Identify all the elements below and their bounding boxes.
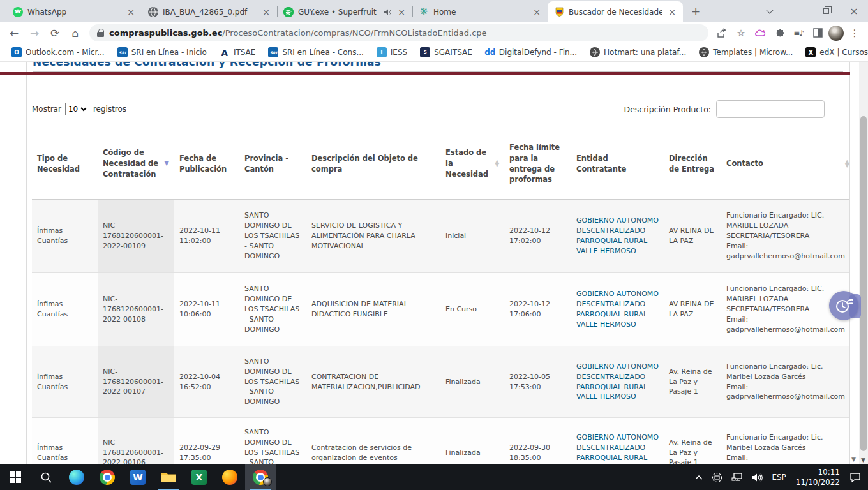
bookmark-iess[interactable]: IIESS [371, 45, 412, 59]
close-window-button[interactable]: × [840, 0, 868, 22]
header-entidad[interactable]: Entidad Contratante [571, 128, 664, 199]
sri-icon: SRI [268, 47, 278, 57]
extensions-puzzle-icon[interactable] [771, 25, 788, 41]
url-text: compraspublicas.gob.ec/ProcesoContrataci… [109, 28, 487, 38]
stopwatch-wings-icon[interactable] [829, 291, 858, 320]
taskbar-edge[interactable] [61, 464, 92, 490]
header-descripcion[interactable]: Descripción del Objeto de compra [306, 128, 440, 199]
taskbar-chrome-active[interactable] [245, 464, 276, 490]
profile-avatar[interactable] [828, 26, 844, 41]
tab-pdf[interactable]: IBA_BUA_42865_0.pdf × [142, 1, 277, 22]
header-sort-column[interactable]: ▲▼ [842, 128, 849, 199]
tab-close-icon[interactable]: × [396, 7, 407, 17]
taskbar-clock[interactable]: 10:11 11/10/2022 [791, 467, 845, 487]
bookmark-hotmart[interactable]: Hotmart: una plataf... [585, 45, 691, 59]
tab-spotify[interactable]: GUY.exe • Superfruit × [277, 1, 412, 22]
digitaldefynd-icon: dd [485, 47, 495, 57]
bookmark-itsae[interactable]: AITSAE [214, 45, 261, 59]
tab-home[interactable]: ❋ Home × [412, 1, 548, 22]
header-codigo[interactable]: Código de Necesidad de Contratación▼ [98, 128, 174, 199]
taskbar-firefox[interactable] [214, 464, 245, 490]
tab-audio-icon[interactable] [384, 8, 391, 16]
bookmark-sri-inicio[interactable]: SRISRI en Línea - Inicio [112, 45, 212, 59]
cloud-extension-icon[interactable] [752, 25, 768, 41]
reload-button[interactable]: ⟳ [46, 24, 64, 42]
home-button[interactable]: ⌂ [66, 24, 84, 42]
cell-fecha-limite: 2022-10-12 17:06:00 [504, 273, 571, 346]
browser-tab-bar: ☎ WhatsApp × IBA_BUA_42865_0.pdf × GUY.e… [0, 0, 868, 22]
menu-kebab-icon[interactable]: ⋮ [846, 25, 863, 41]
header-provincia[interactable]: Provincia - Cantón [239, 128, 306, 199]
side-panel-icon[interactable] [809, 25, 826, 41]
product-filter-input[interactable] [716, 100, 825, 118]
cell-descripcion: SERVICIO DE LOGISTICA Y ALIMENTACIÓN PAR… [306, 200, 440, 272]
header-direccion[interactable]: Dirección de Entrega [664, 128, 721, 199]
taskbar-excel[interactable]: X [184, 464, 214, 490]
bookmark-templates[interactable]: Templates | Microw... [694, 45, 798, 59]
minimize-button[interactable] [784, 0, 812, 22]
cell-codigo: NIC-1768120600001-2022-00107 [98, 346, 174, 417]
taskbar-search-button[interactable] [31, 464, 61, 490]
tab-close-icon[interactable]: × [260, 7, 272, 17]
cell-fecha-limite: 2022-10-05 17:53:00 [504, 346, 571, 417]
bookmark-label: Templates | Microw... [713, 48, 793, 57]
forward-button[interactable]: → [26, 24, 43, 42]
taskbar-chrome[interactable] [92, 464, 123, 490]
tab-buscador-necesidades[interactable]: Buscador de Necesidades de × [548, 1, 683, 22]
tab-search-chevron-icon[interactable] [756, 0, 784, 22]
taskbar-file-explorer[interactable] [153, 464, 184, 490]
lock-icon[interactable] [97, 29, 104, 37]
cast-icon[interactable] [707, 464, 727, 490]
cell-direccion: Av. Reina de La Paz y Pasaje 1 [664, 346, 721, 417]
show-label: Mostrar [32, 105, 61, 114]
address-bar[interactable]: compraspublicas.gob.ec/ProcesoContrataci… [89, 24, 708, 41]
start-button[interactable] [0, 464, 31, 490]
action-center-icon[interactable] [845, 464, 865, 490]
bookmark-label: Hotmart: una plataf... [604, 48, 686, 57]
taskbar-word[interactable]: W [123, 464, 153, 490]
back-button[interactable]: ← [5, 24, 23, 42]
tab-whatsapp[interactable]: ☎ WhatsApp × [6, 1, 142, 22]
scroll-down-icon[interactable]: ▼ [851, 456, 856, 463]
bookmark-outlook[interactable]: OOutlook.com - Micr... [6, 45, 110, 59]
bookmark-digitaldefynd[interactable]: ddDigitalDefynd - Fin... [480, 45, 582, 59]
cell-entidad-link[interactable]: GOBIERNO AUTONOMO DESCENTRALIZADO PARROQ… [571, 418, 664, 464]
bookmark-edx[interactable]: XedX | Cursos en líne... [800, 45, 868, 59]
cell-entidad-link[interactable]: GOBIERNO AUTONOMO DESCENTRALIZADO PARROQ… [571, 346, 664, 417]
edge-icon [69, 470, 84, 485]
language-indicator[interactable]: ESP [767, 464, 790, 490]
bookmark-star-icon[interactable]: ☆ [733, 25, 749, 41]
url-path: /ProcesoContratacion/compras/NCO/FrmNCOL… [222, 28, 486, 38]
restore-button[interactable] [812, 0, 840, 22]
browser-scrollbar[interactable]: ▼ [859, 62, 868, 464]
firefox-icon [222, 470, 237, 485]
table-controls: Mostrar 10 registros Descripción Product… [32, 99, 825, 119]
network-icon[interactable] [727, 464, 747, 490]
header-fecha-limite[interactable]: Fecha límite para la entrega de proforma… [504, 128, 571, 199]
page-inner-scrollbar[interactable]: ▼ [850, 62, 859, 464]
cell-entidad-link[interactable]: GOBIERNO AUTONOMO DESCENTRALIZADO PARROQ… [571, 200, 664, 272]
table-row: Ínfimas Cuantías NIC-1768120600001-2022-… [32, 346, 849, 418]
volume-icon[interactable] [747, 464, 767, 490]
cell-provincia: SANTO DOMINGO DE LOS TSACHILAS - SANTO D… [239, 200, 306, 272]
tray-show-hidden-icons[interactable] [691, 464, 707, 490]
tab-close-icon[interactable]: × [666, 7, 678, 17]
tab-close-icon[interactable]: × [531, 7, 542, 17]
timer-extension-widget[interactable] [829, 291, 858, 320]
header-tipo[interactable]: Tipo de Necesidad [32, 128, 98, 199]
music-list-extension-icon[interactable]: ≡♪ [790, 25, 807, 41]
new-tab-button[interactable]: + [687, 3, 705, 20]
header-estado[interactable]: Estado de la Necesidad▲▼ [440, 128, 504, 199]
header-fecha-publicacion[interactable]: Fecha de Publicación [174, 128, 239, 199]
bookmark-label: edX | Cursos en líne... [819, 48, 868, 57]
scrollbar-thumb[interactable] [860, 116, 867, 451]
share-icon[interactable] [714, 25, 730, 41]
bookmark-sri-consultas[interactable]: SRISRI en Línea - Cons... [263, 45, 368, 59]
tab-close-icon[interactable]: × [125, 7, 137, 17]
edx-icon: X [805, 47, 816, 57]
scroll-down-icon[interactable]: ▼ [861, 457, 865, 463]
bookmark-sgaitsae[interactable]: SSGAITSAE [415, 45, 477, 59]
header-contacto[interactable]: Contacto [721, 128, 842, 199]
cell-entidad-link[interactable]: GOBIERNO AUTONOMO DESCENTRALIZADO PARROQ… [571, 273, 664, 346]
page-size-select[interactable]: 10 [65, 103, 89, 115]
